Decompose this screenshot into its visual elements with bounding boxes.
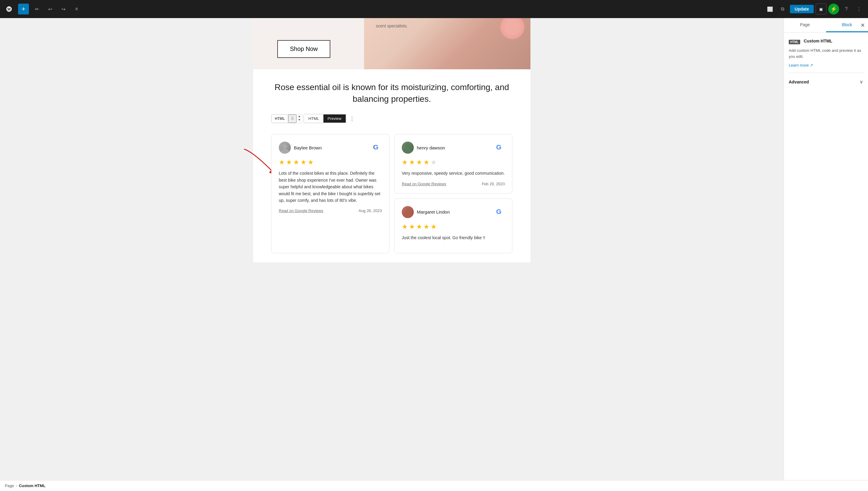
google-icon-henry: G <box>495 142 505 153</box>
custom-html-title: Custom HTML <box>804 38 833 44</box>
star-4: ★ <box>423 158 429 166</box>
svg-point-8 <box>403 149 412 154</box>
lightning-button[interactable]: ⚡ <box>828 4 839 15</box>
more-options-button[interactable]: ⋮ <box>853 4 864 15</box>
review-header-henry: henry dawson G <box>402 142 505 154</box>
html-preview-group: HTML Preview <box>304 114 346 123</box>
sidebar-content: HTML Custom HTML Add custom HTML code an… <box>784 32 868 480</box>
sidebar-divider <box>789 73 863 73</box>
star-5: ★ <box>308 158 314 166</box>
external-link-button[interactable]: ⧉ <box>777 4 788 15</box>
svg-text:W: W <box>7 7 11 11</box>
avatar-img-baylee <box>279 142 291 154</box>
breadcrumb-page[interactable]: Page <box>5 484 14 488</box>
block-move-buttons: ▲ ▼ <box>297 114 302 123</box>
read-link-baylee[interactable]: Read on Google Reviews <box>279 208 323 213</box>
review-card-margaret: Margaret Lindon G ★ ★ ★ <box>394 199 512 253</box>
svg-point-4 <box>281 149 289 154</box>
shop-now-button[interactable]: Shop Now <box>277 40 330 58</box>
avatar-img-henry <box>402 142 414 154</box>
star-1: ★ <box>402 158 408 166</box>
help-button[interactable]: ? <box>841 4 852 15</box>
editor-area[interactable]: scent specialists. Shop Now Rose essenti… <box>0 18 784 480</box>
block-drag-handle[interactable]: ⠿ <box>288 114 297 123</box>
advanced-label: Advanced <box>789 80 809 84</box>
redo-button[interactable]: ↪ <box>58 4 69 15</box>
wp-logo[interactable]: W <box>4 4 15 15</box>
update-button[interactable]: Update <box>790 5 814 13</box>
html-mode-button[interactable]: HTML <box>304 114 323 123</box>
svg-point-11 <box>403 213 412 218</box>
block-move-down-button[interactable]: ▼ <box>297 118 302 122</box>
preview-mode-button[interactable]: Preview <box>324 114 346 123</box>
google-icon-margaret: G <box>495 207 505 218</box>
learn-more-link[interactable]: Learn more ↗ <box>789 63 813 67</box>
star-3: ★ <box>416 223 422 231</box>
block-toolbar: HTML ⠿ ▲ ▼ HTML Preview ⋮ <box>271 114 512 123</box>
custom-html-desc: Add custom HTML code and preview it as y… <box>789 48 863 59</box>
avatar-margaret <box>402 206 414 218</box>
settings-button[interactable]: ▣ <box>816 4 827 15</box>
reviewer-info-baylee: Baylee Brown <box>279 142 322 154</box>
svg-point-3 <box>282 144 287 149</box>
breadcrumb-separator: › <box>16 484 17 488</box>
block-move-up-button[interactable]: ▲ <box>297 114 302 118</box>
sidebar-close-button[interactable]: ✕ <box>861 22 865 29</box>
add-block-button[interactable]: + <box>18 4 29 15</box>
edit-button[interactable]: ✏ <box>31 4 42 15</box>
star-3: ★ <box>416 158 422 166</box>
lightning-icon: ⚡ <box>830 6 837 12</box>
star-5: ★ <box>431 223 437 231</box>
stars-baylee: ★ ★ ★ ★ ★ <box>279 158 382 166</box>
breadcrumb-current: Custom HTML <box>19 484 46 488</box>
star-5-empty: ★ <box>431 158 437 166</box>
reviewer-name-baylee: Baylee Brown <box>294 145 322 150</box>
external-link-icon-small: ↗ <box>809 63 813 67</box>
star-4: ★ <box>423 223 429 231</box>
read-link-henry[interactable]: Read on Google Reviews <box>402 182 446 186</box>
menu-icon: ≡ <box>75 6 78 12</box>
svg-point-7 <box>405 144 410 149</box>
advanced-section-toggle[interactable]: Advanced ∨ <box>789 78 863 86</box>
editor-content: scent specialists. Shop Now Rose essenti… <box>253 18 530 262</box>
reviewer-info-henry: henry dawson <box>402 142 445 154</box>
menu-button[interactable]: ≡ <box>71 4 82 15</box>
undo-button[interactable]: ↩ <box>45 4 55 15</box>
right-sidebar: Page Block ✕ HTML Custom HTML Add custom… <box>784 18 868 480</box>
pencil-icon: ✏ <box>35 6 39 12</box>
learn-more-label: Learn more <box>789 63 809 67</box>
reviewer-info-margaret: Margaret Lindon <box>402 206 450 218</box>
external-link-icon: ⧉ <box>781 6 784 12</box>
review-date-baylee: Aug 26, 2023 <box>359 208 382 213</box>
html-label-badge: HTML <box>789 40 800 44</box>
block-more-options-button[interactable]: ⋮ <box>347 114 357 123</box>
tagline-text: Rose essential oil is known for its mois… <box>271 81 512 105</box>
star-2: ★ <box>409 158 415 166</box>
reviews-container: Baylee Brown G G ★ ★ <box>253 134 530 262</box>
hero-section: scent specialists. Shop Now <box>253 18 530 69</box>
review-card-baylee: Baylee Brown G G ★ ★ <box>271 134 389 253</box>
tab-page[interactable]: Page <box>784 18 826 32</box>
avatar-baylee <box>279 142 291 154</box>
review-footer-baylee: Read on Google Reviews Aug 26, 2023 <box>279 208 382 213</box>
review-text-henry: Very responsive, speedy service, good co… <box>402 170 505 176</box>
avatar-henry <box>402 142 414 154</box>
sidebar-tabs: Page Block ✕ <box>784 18 868 32</box>
reviews-grid: Baylee Brown G G ★ ★ <box>271 134 512 253</box>
view-button[interactable]: ⬜ <box>765 4 776 15</box>
google-icon-baylee: G G <box>372 142 382 153</box>
content-area: Rose essential oil is known for its mois… <box>253 69 530 134</box>
block-type-group: HTML ⠿ ▲ ▼ <box>271 114 302 123</box>
block-type-label: HTML <box>272 114 288 123</box>
more-icon: ⋮ <box>857 6 861 12</box>
review-date-henry: Feb 20, 2023 <box>482 182 505 186</box>
star-4: ★ <box>301 158 307 166</box>
stars-henry: ★ ★ ★ ★ ★ <box>402 158 505 166</box>
star-1: ★ <box>402 223 408 231</box>
avatar-img-margaret <box>402 206 414 218</box>
star-2: ★ <box>409 223 415 231</box>
reviewer-name-margaret: Margaret Lindon <box>417 209 450 214</box>
chevron-down-icon: ∨ <box>860 79 863 85</box>
review-header-baylee: Baylee Brown G G <box>279 142 382 154</box>
view-icon: ⬜ <box>767 6 773 12</box>
